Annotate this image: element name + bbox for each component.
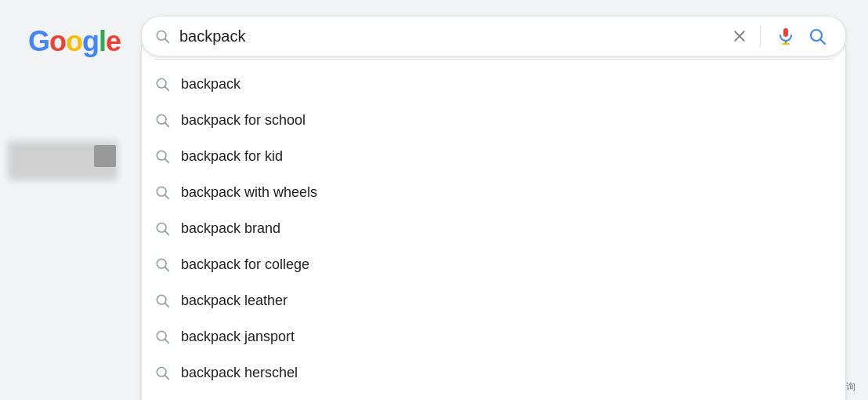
suggestion-item[interactable]: backpack for school: [142, 102, 845, 138]
logo-l: l: [99, 25, 106, 57]
voice-search-button[interactable]: [770, 24, 801, 49]
suggestion-item[interactable]: backpack for kid: [142, 138, 845, 174]
logo-g: G: [28, 25, 49, 57]
suggestion-text: backpack for school: [181, 112, 306, 129]
google-logo: Google: [28, 25, 121, 58]
clear-button[interactable]: [729, 25, 750, 47]
suggestion-search-icon: [154, 256, 170, 272]
search-box: [141, 16, 846, 56]
logo-o1: o: [49, 25, 66, 57]
logo-e: e: [106, 25, 121, 57]
svg-rect-4: [783, 28, 788, 37]
logo-o2: o: [66, 25, 82, 57]
svg-line-8: [821, 40, 826, 45]
suggestion-item[interactable]: backpack brand: [142, 210, 845, 246]
svg-line-12: [165, 123, 169, 127]
suggestion-text: backpack jansport: [181, 329, 295, 345]
suggestion-item[interactable]: backpack: [142, 66, 845, 102]
svg-line-26: [165, 376, 169, 380]
suggestion-search-icon: [154, 184, 170, 200]
suggestion-text: backpack with wheels: [181, 184, 317, 201]
search-divider: [760, 25, 761, 47]
suggestion-item[interactable]: backpack black: [142, 391, 845, 400]
suggestion-item[interactable]: backpack for college: [142, 246, 845, 282]
logo-g2: g: [82, 25, 99, 57]
search-container: backpack backpack for school backpack fo…: [141, 16, 846, 56]
sidebar-blur-small: [94, 145, 116, 167]
svg-line-18: [165, 231, 169, 235]
suggestion-item[interactable]: backpack jansport: [142, 318, 845, 355]
suggestion-item[interactable]: backpack with wheels: [142, 174, 845, 210]
suggestion-item[interactable]: backpack leather: [142, 282, 845, 318]
svg-line-22: [165, 304, 169, 307]
search-icon-left: [154, 28, 170, 44]
svg-line-14: [165, 159, 169, 163]
suggestion-item[interactable]: backpack herschel: [142, 355, 845, 391]
search-input[interactable]: [179, 27, 729, 45]
suggestion-text: backpack herschel: [181, 365, 298, 381]
suggestion-search-icon: [154, 220, 170, 236]
svg-line-1: [165, 39, 169, 43]
suggestions-list: backpack backpack for school backpack fo…: [142, 66, 845, 400]
suggestion-search-icon: [154, 76, 170, 92]
svg-line-24: [165, 340, 169, 344]
suggestion-search-icon: [154, 365, 170, 380]
suggestion-text: backpack leather: [181, 293, 288, 309]
suggestion-search-icon: [154, 329, 170, 344]
search-submit-button[interactable]: [801, 24, 833, 49]
dropdown-divider: [154, 59, 833, 60]
suggestion-search-icon: [154, 148, 170, 164]
svg-line-16: [165, 195, 169, 199]
suggestion-search-icon: [154, 112, 170, 128]
suggestions-dropdown: backpack backpack for school backpack fo…: [141, 45, 846, 400]
svg-line-20: [165, 267, 169, 271]
svg-line-10: [165, 87, 169, 91]
suggestion-search-icon: [154, 293, 170, 308]
suggestion-text: backpack: [181, 76, 241, 93]
suggestion-text: backpack for college: [181, 256, 309, 273]
suggestion-text: backpack brand: [181, 220, 280, 237]
suggestion-text: backpack for kid: [181, 148, 283, 165]
